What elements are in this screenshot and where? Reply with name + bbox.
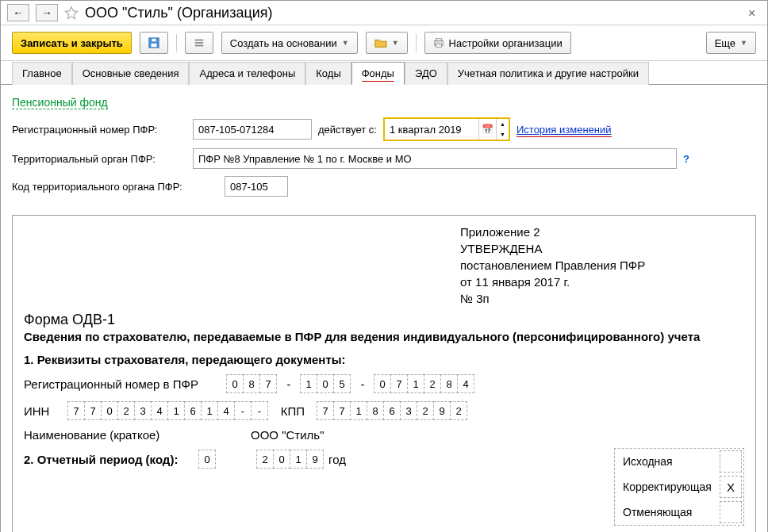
files-button[interactable]: ▼ [366, 32, 408, 54]
list-button[interactable] [185, 32, 213, 54]
tab-codes[interactable]: Коды [305, 62, 351, 85]
dash: - [355, 377, 370, 391]
kpp-cell: 9 [433, 401, 451, 420]
appendix-line: Приложение 2 [460, 225, 744, 239]
pfr-from-input[interactable] [385, 119, 478, 140]
close-button[interactable]: × [748, 6, 761, 19]
reg-cell: 1 [407, 374, 424, 393]
spin-up[interactable]: ▲ [496, 119, 509, 129]
form-type-box: Исходная Корректирующая X Отменяющая [614, 448, 744, 526]
help-icon[interactable]: ? [683, 153, 689, 165]
doc-reg-label: Регистрационный номер в ПФР [24, 377, 222, 391]
form-title: Форма ОДВ-1 [24, 312, 744, 328]
save-button[interactable] [140, 32, 168, 54]
pfr-reg-input[interactable] [193, 119, 312, 140]
tab-policy[interactable]: Учетная политика и другие настройки [447, 62, 649, 85]
reg-cell: 0 [374, 374, 391, 393]
year-cell: 0 [273, 450, 290, 469]
more-button[interactable]: Еще ▼ [706, 32, 756, 54]
inn-cell: 6 [184, 401, 202, 420]
inn-cell: 7 [67, 401, 85, 420]
window-title: ООО "Стиль" (Организация) [85, 5, 742, 21]
print-icon [433, 37, 444, 48]
calendar-icon[interactable]: 📅 [478, 119, 496, 140]
pfr-territ-input[interactable] [193, 148, 677, 169]
kpp-cell: 2 [417, 401, 434, 420]
opt-cancel-label: Отменяющая [615, 501, 718, 523]
create-based-button[interactable]: Создать на основании ▼ [221, 32, 358, 54]
save-close-button[interactable]: Записать и закрыть [12, 32, 132, 54]
kpp-cell: 7 [317, 401, 334, 420]
opt-cancel-check[interactable] [720, 501, 742, 523]
period-code-group: 0 [199, 450, 216, 469]
reg-cell: 8 [440, 374, 458, 393]
tab-addresses[interactable]: Адреса и телефоны [189, 62, 305, 85]
favorite-icon[interactable] [64, 6, 79, 20]
back-button[interactable]: ← [7, 4, 29, 21]
tab-edo[interactable]: ЭДО [405, 62, 447, 85]
inn-group: 7 7 0 2 3 4 1 6 1 4 - - [68, 401, 268, 420]
separator [416, 34, 417, 52]
tab-main[interactable]: Главное [12, 62, 72, 85]
inn-cell: 4 [151, 401, 168, 420]
reg-cell: 2 [424, 374, 441, 393]
year-cell: 1 [290, 450, 307, 469]
kpp-cell: 2 [450, 401, 467, 420]
opt-correct-label: Корректирующая [615, 476, 718, 498]
dropdown-icon: ▼ [392, 39, 399, 47]
list-icon [194, 37, 205, 48]
kpp-cell: 3 [400, 401, 417, 420]
kpp-label: КПП [273, 404, 313, 418]
create-based-label: Создать на основании [230, 37, 337, 49]
folder-icon [374, 37, 387, 48]
spin-down[interactable]: ▼ [496, 129, 509, 140]
reg-group-3: 0 7 1 2 8 4 [374, 374, 474, 393]
tab-funds[interactable]: Фонды [351, 62, 405, 85]
pfr-code-input[interactable] [225, 176, 288, 197]
inn-cell: 4 [217, 401, 235, 420]
svg-rect-1 [151, 44, 156, 47]
inn-cell: 1 [201, 401, 218, 420]
reg-cell: 8 [243, 374, 260, 393]
pfr-territ-label: Территориальный орган ПФР: [12, 153, 186, 165]
resolution-line: постановлением Правления ПФР [460, 258, 744, 272]
inn-label: ИНН [24, 404, 63, 418]
dropdown-icon: ▼ [342, 39, 349, 47]
approved-line: УТВЕРЖДЕНА [460, 242, 744, 255]
dash: - [282, 377, 296, 391]
opt-correct-check[interactable]: X [720, 476, 742, 498]
year-cell: 9 [306, 450, 324, 469]
inn-cell: - [251, 401, 268, 420]
year-suffix: год [328, 453, 346, 466]
svg-rect-8 [436, 44, 441, 48]
name-label: Наименование (краткое) [24, 428, 246, 442]
svg-rect-5 [195, 45, 204, 47]
inn-cell: 7 [84, 401, 102, 420]
year-cell: 2 [256, 450, 274, 469]
inn-cell: 0 [101, 401, 118, 420]
date-line: от 11 января 2017 г. [460, 275, 744, 289]
tab-basic[interactable]: Основные сведения [72, 62, 190, 85]
pfr-from-label: действует с: [318, 124, 377, 136]
kpp-cell: 1 [350, 401, 367, 420]
org-settings-button[interactable]: Настройки организации [424, 32, 571, 54]
kpp-cell: 6 [383, 401, 401, 420]
opt-initial-check[interactable] [720, 450, 742, 473]
svg-rect-7 [436, 39, 441, 41]
name-value: ООО "Стиль" [251, 428, 324, 442]
year-group: 2 0 1 9 [257, 450, 324, 469]
pfr-section-title[interactable]: Пенсионный фонд [12, 96, 108, 109]
document-preview: Приложение 2 УТВЕРЖДЕНА постановлением П… [12, 215, 756, 532]
inn-cell: 1 [167, 401, 185, 420]
history-link[interactable]: История изменений [516, 124, 612, 136]
svg-rect-3 [195, 40, 204, 41]
forward-button[interactable]: → [36, 4, 58, 21]
dropdown-icon: ▼ [740, 39, 747, 47]
reg-cell: 0 [226, 374, 244, 393]
reg-cell: 5 [333, 374, 351, 393]
floppy-icon [148, 37, 159, 48]
opt-initial-label: Исходная [615, 450, 718, 473]
kpp-cell: 8 [367, 401, 384, 420]
pfr-code-label: Код территориального органа ПФР: [12, 181, 218, 193]
period-label: 2. Отчетный период (код): [24, 453, 194, 466]
